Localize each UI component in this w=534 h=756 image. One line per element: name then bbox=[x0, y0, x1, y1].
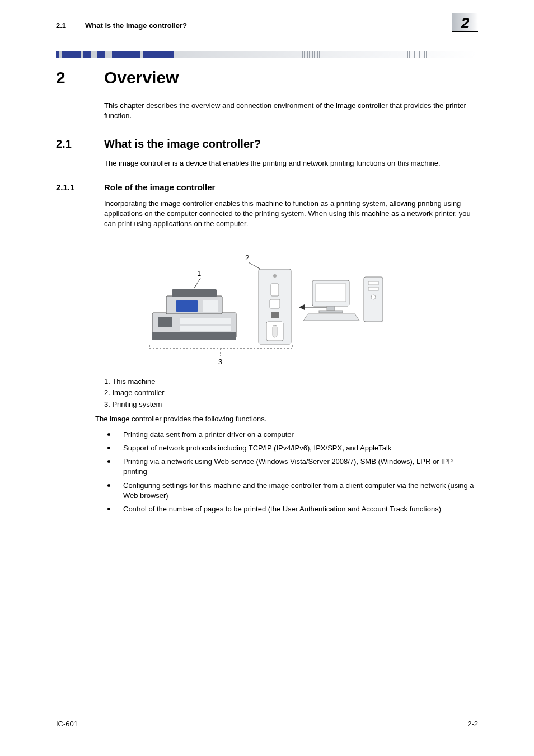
svg-rect-22 bbox=[327, 306, 335, 311]
footer-model: IC-601 bbox=[56, 720, 78, 728]
header-section-title: What is the image controller? bbox=[85, 21, 187, 30]
svg-rect-15 bbox=[271, 284, 279, 296]
svg-rect-17 bbox=[271, 312, 279, 318]
figure-legend: 1. This machine 2. Image controller 3. P… bbox=[104, 377, 478, 410]
svg-rect-12 bbox=[180, 326, 231, 331]
svg-point-14 bbox=[273, 274, 277, 278]
svg-rect-16 bbox=[270, 299, 280, 308]
figure-label-1: 1 bbox=[197, 269, 201, 278]
svg-rect-7 bbox=[172, 289, 217, 297]
subsection-number: 2.1.1 bbox=[56, 182, 104, 192]
figure-label-2: 2 bbox=[245, 253, 249, 262]
legend-item: 1. This machine bbox=[104, 377, 478, 387]
subsection-heading: 2.1.1 Role of the image controller bbox=[56, 182, 478, 192]
list-item: Printing data sent from a printer driver… bbox=[104, 430, 478, 440]
page-footer: IC-601 2-2 bbox=[56, 715, 478, 728]
svg-rect-21 bbox=[316, 284, 346, 302]
decorative-stripe bbox=[56, 51, 478, 58]
functions-intro: The image controller provides the follow… bbox=[95, 414, 478, 424]
section-heading: 2.1 What is the image controller? bbox=[56, 138, 478, 151]
section-text: The image controller is a device that en… bbox=[104, 158, 478, 168]
figure-label-3: 3 bbox=[218, 358, 222, 366]
running-header: 2.1 What is the image controller? 2 bbox=[56, 21, 478, 32]
list-item: Support of network protocols including T… bbox=[104, 443, 478, 453]
section-title: What is the image controller? bbox=[104, 138, 261, 151]
chapter-heading: 2 Overview bbox=[56, 68, 478, 87]
printer-icon bbox=[152, 289, 236, 340]
svg-rect-19 bbox=[273, 325, 277, 337]
chapter-badge-number: 2 bbox=[461, 15, 469, 31]
list-item: Printing via a network using Web service… bbox=[104, 457, 478, 477]
footer-page-number: 2-2 bbox=[467, 720, 478, 728]
svg-rect-26 bbox=[368, 287, 378, 290]
chapter-number: 2 bbox=[56, 68, 104, 87]
svg-rect-10 bbox=[158, 317, 172, 327]
chapter-title: Overview bbox=[104, 68, 179, 87]
svg-rect-25 bbox=[368, 281, 378, 285]
list-item: Configuring settings for this machine an… bbox=[104, 481, 478, 501]
section-number: 2.1 bbox=[56, 138, 104, 151]
svg-marker-1 bbox=[299, 304, 305, 310]
svg-rect-11 bbox=[180, 318, 231, 324]
legend-item: 3. Printing system bbox=[104, 400, 478, 410]
list-item: Control of the number of pages to be pri… bbox=[104, 504, 478, 514]
computer-icon bbox=[303, 277, 383, 322]
svg-rect-23 bbox=[319, 311, 343, 313]
svg-rect-9 bbox=[203, 300, 218, 312]
subsection-title: Role of the image controller bbox=[104, 182, 215, 192]
chapter-badge: 2 bbox=[452, 13, 478, 32]
header-section-number: 2.1 bbox=[56, 21, 85, 30]
subsection-text: Incorporating the image controller enabl… bbox=[104, 199, 478, 229]
controller-icon bbox=[259, 269, 291, 344]
svg-rect-8 bbox=[176, 300, 198, 312]
chapter-intro: This chapter describes the overview and … bbox=[104, 101, 478, 121]
functions-list: Printing data sent from a printer driver… bbox=[104, 430, 478, 514]
legend-item: 2. Image controller bbox=[104, 388, 478, 398]
svg-point-27 bbox=[371, 295, 376, 299]
svg-rect-5 bbox=[152, 332, 236, 340]
system-diagram: 1 2 3 bbox=[147, 246, 387, 369]
